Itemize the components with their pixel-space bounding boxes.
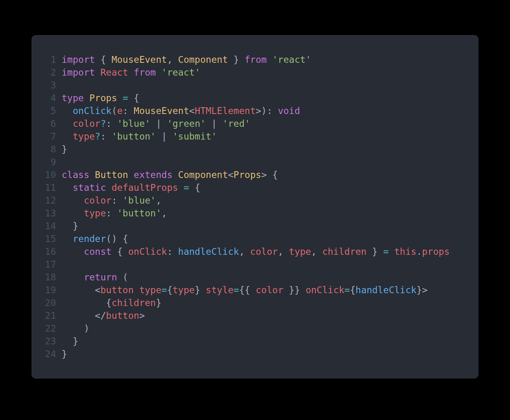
code-line[interactable]: 16 const { onClick: handleClick, color, … (43, 245, 462, 258)
code-line[interactable]: 8} (43, 143, 462, 156)
token-def: } (62, 221, 78, 231)
code-line[interactable]: 17 (43, 258, 462, 271)
token-str: 'react' (161, 67, 200, 78)
line-content[interactable]: } (62, 348, 462, 360)
line-content[interactable] (62, 156, 462, 168)
token-id-r: type (139, 285, 161, 295)
token-def: : (100, 131, 112, 142)
token-op: = (161, 285, 167, 295)
line-content[interactable]: {children} (62, 296, 462, 309)
code-line[interactable]: 5 onClick(e: MouseEvent<HTMLElement>): v… (43, 104, 462, 117)
token-id-y: Button (95, 170, 128, 180)
token-id-r: type (289, 246, 311, 257)
token-id-b: onClick (73, 106, 112, 116)
token-def: ) (62, 323, 89, 334)
token-def: { (95, 54, 112, 65)
line-content[interactable]: color: 'blue', (62, 194, 462, 207)
token-op: = (122, 93, 128, 103)
token-kw2: this (394, 246, 416, 257)
line-content[interactable]: type Props = { (62, 92, 462, 104)
token-id-y: Props (233, 170, 261, 180)
token-kw: const (84, 246, 111, 257)
token-id-y: MouseEvent (112, 54, 167, 65)
token-def (89, 170, 95, 180)
line-content[interactable]: return ( (62, 271, 462, 284)
code-line[interactable]: 18 return ( (43, 271, 462, 284)
token-def (173, 170, 178, 180)
token-def (128, 170, 134, 180)
code-line[interactable]: 2import React from 'react' (43, 66, 462, 79)
line-content[interactable] (62, 79, 462, 92)
token-def: < (62, 285, 100, 295)
line-content[interactable]: class Button extends Component<Props> { (62, 168, 462, 181)
code-line[interactable]: 21 </button> (43, 309, 462, 322)
code-line[interactable]: 23 } (43, 335, 462, 348)
line-number: 1 (43, 53, 62, 66)
code-line[interactable]: 10class Button extends Component<Props> … (43, 168, 462, 181)
token-id-r: children (112, 298, 156, 308)
code-line[interactable]: 15 render() { (43, 232, 462, 245)
line-content[interactable]: </button> (62, 309, 462, 322)
code-line[interactable]: 19 <button type={type} style={{ color }}… (43, 284, 462, 296)
token-def (62, 246, 84, 257)
token-def: , (167, 54, 178, 65)
line-content[interactable]: } (62, 143, 462, 156)
line-content[interactable]: onClick(e: MouseEvent<HTMLElement>): voi… (62, 104, 462, 117)
token-id-r: props (422, 246, 450, 257)
code-line[interactable]: 11 static defaultProps = { (43, 181, 462, 194)
line-content[interactable]: import { MouseEvent, Component } from 'r… (62, 53, 462, 66)
line-content[interactable]: import React from 'react' (62, 66, 462, 79)
token-def: } (62, 144, 67, 154)
line-content[interactable]: type: 'button', (62, 207, 462, 220)
line-number: 16 (43, 245, 62, 258)
code-line[interactable]: 12 color: 'blue', (43, 194, 462, 207)
code-line[interactable]: 3 (43, 79, 462, 92)
code-line[interactable]: 13 type: 'button', (43, 207, 462, 220)
token-def: , (156, 195, 161, 206)
token-def (134, 285, 139, 295)
code-line[interactable]: 7 type?: 'button' | 'submit' (43, 130, 462, 143)
code-block[interactable]: 1import { MouseEvent, Component } from '… (43, 53, 462, 360)
token-def: : (167, 246, 178, 257)
token-id-r: color (250, 246, 278, 257)
token-id-r: color (84, 195, 111, 206)
token-def: . (416, 246, 422, 257)
line-content[interactable]: <button type={type} style={{ color }} on… (62, 284, 462, 296)
token-def: | (156, 131, 173, 142)
token-def: ( (112, 106, 117, 116)
token-def (62, 182, 73, 193)
code-line[interactable]: 20 {children} (43, 296, 462, 309)
code-editor-panel: 1import { MouseEvent, Component } from '… (32, 35, 478, 378)
line-number: 5 (43, 104, 62, 117)
line-content[interactable]: render() { (62, 232, 462, 245)
code-line[interactable]: 14 } (43, 220, 462, 232)
code-line[interactable]: 4type Props = { (43, 92, 462, 104)
line-number: 8 (43, 143, 62, 156)
code-line[interactable]: 22 ) (43, 322, 462, 335)
token-id-b: handleClick (355, 285, 416, 295)
line-content[interactable]: } (62, 220, 462, 232)
token-def: { (128, 93, 139, 103)
token-id-r: style (206, 285, 233, 295)
token-str: 'button' (117, 208, 161, 218)
line-content[interactable] (62, 258, 462, 271)
code-line[interactable]: 24} (43, 348, 462, 360)
code-line[interactable]: 6 color?: 'blue' | 'green' | 'red' (43, 117, 462, 130)
line-content[interactable]: static defaultProps = { (62, 181, 462, 194)
code-line[interactable]: 9 (43, 156, 462, 168)
token-op: = (184, 182, 189, 193)
token-def: }> (416, 285, 428, 295)
line-number: 12 (43, 194, 62, 207)
line-content[interactable]: } (62, 335, 462, 348)
line-content[interactable]: type?: 'button' | 'submit' (62, 130, 462, 143)
token-def: : (106, 118, 117, 129)
line-content[interactable]: ) (62, 322, 462, 335)
token-id-r: children (322, 246, 367, 257)
token-def: } (62, 349, 67, 359)
line-number: 2 (43, 66, 62, 79)
token-kw: import (62, 54, 95, 65)
line-content[interactable]: const { onClick: handleClick, color, typ… (62, 245, 462, 258)
token-kw: class (62, 170, 89, 180)
code-line[interactable]: 1import { MouseEvent, Component } from '… (43, 53, 462, 66)
line-content[interactable]: color?: 'blue' | 'green' | 'red' (62, 117, 462, 130)
